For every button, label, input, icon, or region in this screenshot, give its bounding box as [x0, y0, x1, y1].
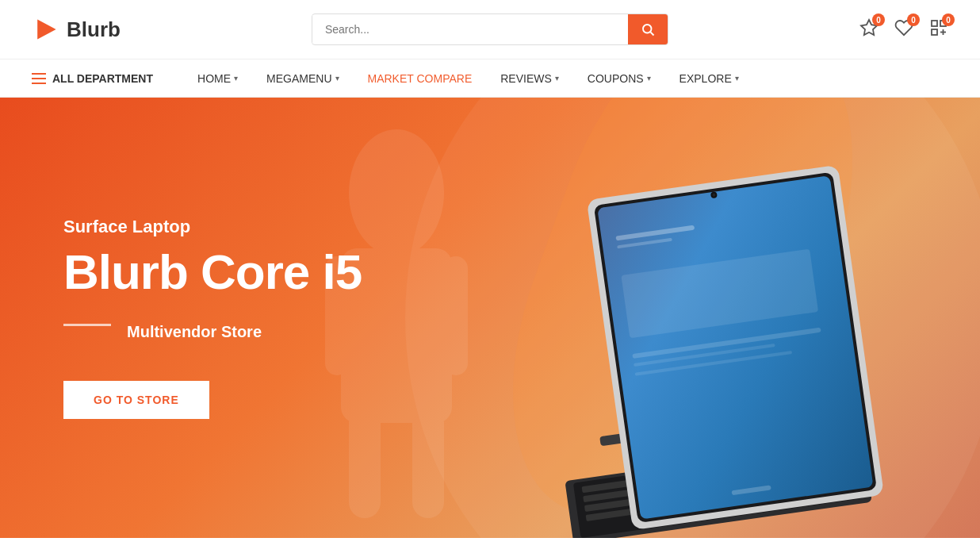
svg-rect-4 [932, 21, 937, 26]
svg-marker-0 [37, 19, 56, 39]
hero-divider [63, 324, 111, 326]
all-department-menu[interactable]: ALL DEPARTMENT [32, 72, 153, 85]
go-to-store-button[interactable]: GO TO STORE [63, 381, 209, 419]
chevron-down-icon: ▾ [735, 74, 739, 83]
tablet-svg [536, 157, 917, 538]
search-icon [641, 22, 655, 36]
nav-item-home[interactable]: HOME ▾ [185, 61, 251, 96]
search-bar [312, 13, 668, 45]
wishlist-badge: 0 [872, 13, 885, 26]
hero-content: Surface Laptop Blurb Core i5 Multivendor… [0, 217, 362, 419]
logo[interactable]: Blurb [32, 15, 121, 44]
svg-point-9 [349, 129, 444, 256]
compare-icon-wrapper[interactable]: 0 [929, 18, 948, 40]
chevron-down-icon: ▾ [335, 74, 339, 83]
nav-item-reviews[interactable]: REVIEWS ▾ [488, 61, 572, 96]
chevron-down-icon: ▾ [234, 74, 238, 83]
wishlist-icon-wrapper[interactable]: 0 [859, 18, 879, 40]
hero-banner: Surface Laptop Blurb Core i5 Multivendor… [0, 98, 980, 538]
hero-subtitle: Surface Laptop [63, 217, 362, 237]
cart-badge: 0 [907, 13, 920, 26]
hero-title: Blurb Core i5 [63, 245, 362, 299]
logo-icon [32, 15, 60, 44]
hamburger-icon [32, 73, 46, 84]
nav-item-megamenu[interactable]: MEGAMENU ▾ [254, 61, 351, 96]
search-input[interactable] [312, 15, 628, 44]
nav-item-coupons[interactable]: COUPONS ▾ [575, 61, 664, 96]
nav-item-market-compare[interactable]: MARKET COMPARE [355, 61, 485, 96]
svg-line-2 [650, 32, 653, 35]
compare-badge: 0 [942, 13, 955, 26]
search-button[interactable] [628, 14, 668, 44]
hero-product-image [536, 157, 917, 538]
logo-text: Blurb [67, 17, 121, 42]
nav-links: HOME ▾ MEGAMENU ▾ MARKET COMPARE REVIEWS… [185, 61, 752, 96]
svg-point-1 [643, 25, 652, 33]
chevron-down-icon: ▾ [647, 74, 651, 83]
header-icons: 0 0 0 [859, 18, 948, 40]
svg-rect-14 [412, 407, 444, 518]
svg-rect-13 [349, 407, 381, 518]
heart-icon-wrapper[interactable]: 0 [894, 18, 913, 40]
main-nav: ALL DEPARTMENT HOME ▾ MEGAMENU ▾ MARKET … [0, 60, 980, 98]
svg-rect-25 [597, 175, 873, 519]
svg-rect-12 [444, 256, 468, 375]
hero-tagline: Multivendor Store [63, 323, 362, 341]
nav-item-explore[interactable]: EXPLORE ▾ [667, 61, 752, 96]
chevron-down-icon: ▾ [555, 74, 559, 83]
svg-rect-6 [932, 29, 937, 35]
site-header: Blurb 0 0 [0, 0, 980, 60]
all-dept-label: ALL DEPARTMENT [52, 72, 153, 85]
